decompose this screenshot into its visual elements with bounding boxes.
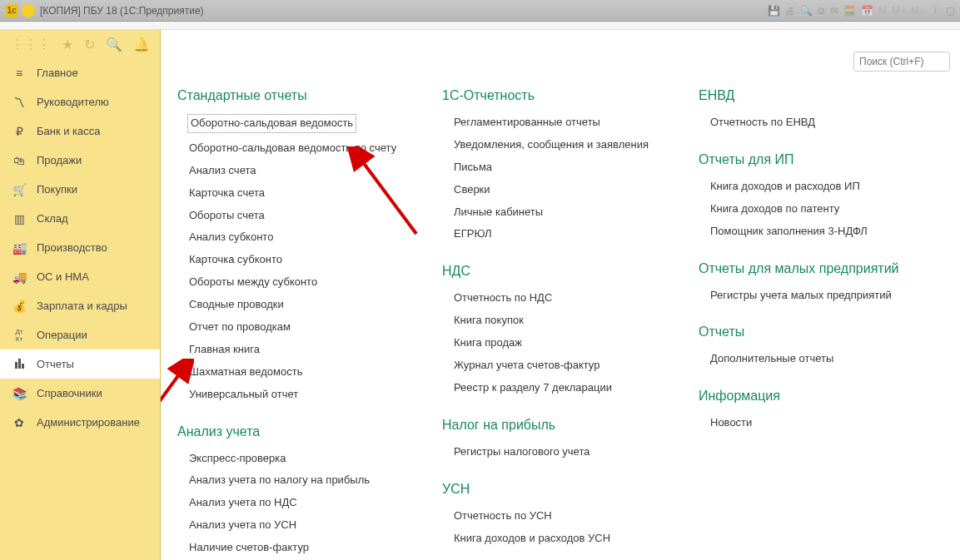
calendar-icon[interactable]: 📅 xyxy=(861,5,873,17)
report-link[interactable]: Книга доходов по патенту xyxy=(690,198,940,221)
section-title[interactable]: Анализ учета xyxy=(177,424,417,439)
section-2-4: ИнформацияНовости xyxy=(690,382,940,434)
report-link[interactable]: Шахматная ведомость xyxy=(169,361,417,384)
report-link[interactable]: ЕГРЮЛ xyxy=(434,223,674,245)
info-icon[interactable]: і xyxy=(929,5,941,17)
section-title[interactable]: Отчеты xyxy=(699,325,940,339)
report-link[interactable]: Анализ субконто xyxy=(169,226,417,249)
report-link[interactable]: Отчетность по НДС xyxy=(434,287,674,310)
sidebar-label-11: Справочники xyxy=(37,387,102,399)
report-link[interactable]: Анализ учета по НДС xyxy=(169,492,417,514)
save-icon[interactable]: 💾 xyxy=(768,5,780,17)
calc-icon[interactable]: 🧮 xyxy=(843,5,856,17)
sidebar-icon-2: ₽ xyxy=(12,125,27,138)
section-title[interactable]: НДС xyxy=(442,264,674,279)
sidebar-item-4[interactable]: 🛒Покупки xyxy=(0,175,160,204)
section-1-2: Налог на прибыльРегистры налогового учет… xyxy=(434,411,674,463)
report-link[interactable]: Реестр к разделу 7 декларации xyxy=(434,377,674,399)
sidebar-item-6[interactable]: 🏭Производство xyxy=(0,233,160,262)
compare-icon[interactable]: ⧉ xyxy=(818,5,825,17)
sidebar-label-3: Продажи xyxy=(37,154,82,166)
report-link[interactable]: Оборотно-сальдовая ведомость по счету xyxy=(169,137,417,160)
section-title[interactable]: УСН xyxy=(442,482,674,497)
report-link[interactable]: Анализ учета по УСН xyxy=(169,514,417,537)
report-link[interactable]: Отчетность по ЕНВД xyxy=(690,112,940,134)
report-link[interactable]: Анализ счета xyxy=(169,160,417,182)
report-link[interactable]: Книга продаж xyxy=(434,332,674,354)
bell-icon[interactable]: 🔔 xyxy=(133,37,150,52)
preview-icon[interactable]: 🔍 xyxy=(800,5,813,17)
sidebar-label-7: ОС и НМА xyxy=(37,270,89,283)
report-link[interactable]: Дополнительные отчеты xyxy=(690,348,940,370)
report-link[interactable]: Письма xyxy=(434,156,674,179)
report-link[interactable]: Карточка счета xyxy=(169,182,417,205)
report-link[interactable]: Обороты счета xyxy=(169,205,417,227)
search-input[interactable] xyxy=(853,52,950,72)
report-link[interactable]: Отчет по проводкам xyxy=(169,316,417,339)
sidebar-label-6: Производство xyxy=(37,241,107,254)
report-link[interactable]: Главная книга xyxy=(169,339,417,361)
report-link[interactable]: Регистры учета малых предприятий xyxy=(690,285,940,307)
report-link[interactable]: Книга доходов и расходов УСН xyxy=(434,528,674,550)
sidebar-item-2[interactable]: ₽Банк и касса xyxy=(0,116,160,146)
sidebar-label-12: Администрирование xyxy=(37,416,140,429)
section-title[interactable]: Отчеты для малых предприятий xyxy=(699,261,940,276)
section-title[interactable]: ЕНВД xyxy=(699,88,940,103)
tabstrip xyxy=(0,22,960,30)
sidebar-item-8[interactable]: 💰Зарплата и кадры xyxy=(0,291,160,320)
sidebar-item-10[interactable]: Отчеты xyxy=(0,349,160,379)
sidebar-item-1[interactable]: 〽Руководителю xyxy=(0,87,160,116)
apps-icon[interactable]: ⋮⋮⋮ xyxy=(11,37,51,52)
section-title[interactable]: Налог на прибыль xyxy=(442,418,674,433)
report-link[interactable]: Книга доходов и расходов ИП xyxy=(690,176,940,198)
sidebar-item-5[interactable]: ▥Склад xyxy=(0,204,160,233)
report-link[interactable]: Регламентированные отчеты xyxy=(434,112,674,134)
sidebar-label-9: Операции xyxy=(37,329,87,341)
report-link[interactable]: Личные кабинеты xyxy=(434,201,674,224)
report-link[interactable]: Экспресс-проверка xyxy=(169,448,417,470)
report-link[interactable]: Наличие счетов-фактур xyxy=(169,537,417,559)
section-title[interactable]: Отчеты для ИП xyxy=(699,152,940,167)
sidebar-item-7[interactable]: 🚚ОС и НМА xyxy=(0,262,160,291)
report-link[interactable]: Регистры налогового учета xyxy=(434,441,674,463)
section-1-3: УСНОтчетность по УСНКнига доходов и расх… xyxy=(434,475,674,550)
sidebar-item-12[interactable]: ✿Администрирование xyxy=(0,408,160,437)
mail-icon[interactable]: ✉ xyxy=(830,5,838,17)
report-link[interactable]: Журнал учета счетов-фактур xyxy=(434,354,674,377)
report-link[interactable]: Анализ учета по налогу на прибыль xyxy=(169,469,417,492)
report-link[interactable]: Сверки xyxy=(434,179,674,201)
sidebar-icon-4: 🛒 xyxy=(12,183,27,196)
section-title[interactable]: 1С-Отчетность xyxy=(442,88,674,103)
sidebar-item-9[interactable]: ДтКтОперации xyxy=(0,320,160,349)
report-link[interactable]: Книга покупок xyxy=(434,310,674,332)
section-2-1: Отчеты для ИПКнига доходов и расходов ИП… xyxy=(690,146,940,243)
section-title[interactable]: Стандартные отчеты xyxy=(177,88,417,103)
report-link[interactable]: Карточка субконто xyxy=(169,249,417,271)
report-link[interactable]: Уведомления, сообщения и заявления xyxy=(434,134,674,156)
history-icon[interactable]: ↻ xyxy=(84,37,95,52)
report-link[interactable]: Помощник заполнения 3-НДФЛ xyxy=(690,221,940,243)
print-icon[interactable]: 🖨 xyxy=(785,5,795,17)
sidebar-icon-6: 🏭 xyxy=(12,241,27,255)
section-title[interactable]: Информация xyxy=(699,389,940,404)
sidebar-icon-3: 🛍 xyxy=(12,154,27,167)
section-2-0: ЕНВДОтчетность по ЕНВД xyxy=(690,82,940,134)
window-title: [КОПИЯ] ПБУ 18 (1С:Предприятие) xyxy=(40,5,204,17)
sidebar-item-0[interactable]: ≡Главное xyxy=(0,58,160,87)
section-0-0: Стандартные отчетыОборотно-сальдовая вед… xyxy=(169,82,417,406)
report-link[interactable]: Универсальный отчет xyxy=(169,384,417,406)
sidebar-label-0: Главное xyxy=(37,67,78,79)
sidebar: ⋮⋮⋮ ★ ↻ 🔍 🔔 ≡Главное〽Руководителю₽Банк и… xyxy=(0,30,161,560)
report-link[interactable]: Оборотно-сальдовая ведомость xyxy=(187,114,356,133)
report-link[interactable]: Новости xyxy=(690,412,940,434)
report-link[interactable]: Сводные проводки xyxy=(169,294,417,316)
section-1-0: 1С-ОтчетностьРегламентированные отчетыУв… xyxy=(434,82,674,245)
report-link[interactable]: Отчетность по УСН xyxy=(434,505,674,528)
star-icon[interactable]: ★ xyxy=(62,37,73,52)
report-link[interactable]: Обороты между субконто xyxy=(169,271,417,294)
sidebar-item-3[interactable]: 🛍Продажи xyxy=(0,146,160,175)
sidebar-item-11[interactable]: 📚Справочники xyxy=(0,379,160,408)
sidebar-toolbar: ⋮⋮⋮ ★ ↻ 🔍 🔔 xyxy=(0,30,160,58)
search-icon[interactable]: 🔍 xyxy=(106,37,122,52)
minimize-icon[interactable]: ▢ xyxy=(946,5,955,17)
